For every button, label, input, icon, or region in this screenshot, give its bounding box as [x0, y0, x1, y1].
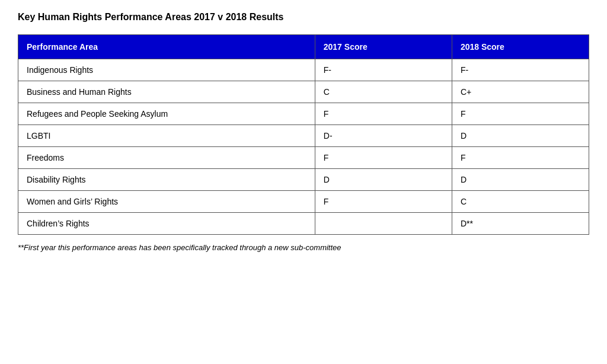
cell-2017-score: F — [315, 147, 452, 169]
cell-area: LGBTI — [18, 125, 315, 147]
cell-area: Women and Girls’ Rights — [18, 191, 315, 213]
header-2017-score: 2017 Score — [315, 35, 452, 59]
cell-2018-score: C — [452, 191, 589, 213]
cell-2018-score: D — [452, 169, 589, 191]
cell-area: Disability Rights — [18, 169, 315, 191]
cell-area: Children’s Rights — [18, 213, 315, 235]
header-area: Performance Area — [18, 35, 315, 59]
cell-2018-score: F- — [452, 59, 589, 81]
table-row: Women and Girls’ RightsFC — [18, 191, 589, 213]
cell-2017-score: C — [315, 81, 452, 103]
table-row: LGBTID-D — [18, 125, 589, 147]
cell-2018-score: F — [452, 103, 589, 125]
cell-2018-score: D — [452, 125, 589, 147]
table-row: Refugees and People Seeking AsylumFF — [18, 103, 589, 125]
cell-area: Refugees and People Seeking Asylum — [18, 103, 315, 125]
header-2018-score: 2018 Score — [452, 35, 589, 59]
table-header-row: Performance Area 2017 Score 2018 Score — [18, 35, 589, 59]
table-row: Children’s RightsD** — [18, 213, 589, 235]
cell-2018-score: F — [452, 147, 589, 169]
page-title: Key Human Rights Performance Areas 2017 … — [18, 12, 589, 23]
cell-2017-score: F — [315, 191, 452, 213]
table-row: Disability RightsDD — [18, 169, 589, 191]
cell-area: Freedoms — [18, 147, 315, 169]
cell-area: Indigenous Rights — [18, 59, 315, 81]
performance-table: Performance Area 2017 Score 2018 Score I… — [18, 34, 589, 235]
cell-2017-score — [315, 213, 452, 235]
table-row: Indigenous RightsF-F- — [18, 59, 589, 81]
cell-area: Business and Human Rights — [18, 81, 315, 103]
cell-2017-score: F — [315, 103, 452, 125]
table-row: Business and Human RightsCC+ — [18, 81, 589, 103]
footnote-text: **First year this performance areas has … — [18, 243, 589, 252]
cell-2018-score: C+ — [452, 81, 589, 103]
cell-2017-score: D — [315, 169, 452, 191]
cell-2017-score: F- — [315, 59, 452, 81]
cell-2018-score: D** — [452, 213, 589, 235]
table-row: FreedomsFF — [18, 147, 589, 169]
cell-2017-score: D- — [315, 125, 452, 147]
